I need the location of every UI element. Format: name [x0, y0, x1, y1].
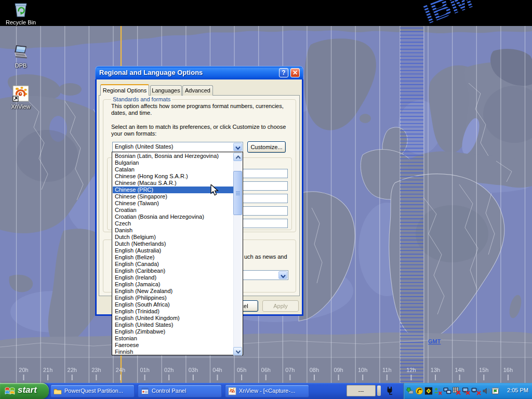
customize-button[interactable]: Customize...	[247, 141, 286, 153]
list-item[interactable]: Croatian	[113, 207, 233, 214]
xnview-icon	[12, 85, 30, 102]
hour-label: 09h	[334, 367, 343, 373]
recycle-bin-icon	[12, 2, 29, 18]
chevron-down-icon	[235, 350, 241, 354]
hour-label: 03h	[189, 367, 198, 373]
list-item[interactable]: English (South Africa)	[113, 301, 233, 308]
help-button[interactable]: ?	[279, 68, 288, 77]
list-item[interactable]: English (New Zealand)	[113, 288, 233, 295]
combobox-dropdown-button[interactable]	[278, 271, 287, 279]
list-item[interactable]: English (Australia)	[113, 247, 233, 254]
list-scrollbar[interactable]	[233, 153, 242, 355]
location-text-fragment: uch as news and	[244, 254, 287, 260]
list-item[interactable]: English (Belize)	[113, 254, 233, 261]
tray-icons	[406, 387, 500, 395]
list-item[interactable]: Chinese (Taiwan)	[113, 200, 233, 207]
list-item[interactable]: Dutch (Belgium)	[113, 234, 233, 241]
hour-label: 02h	[164, 367, 174, 373]
list-item[interactable]: Estonian	[113, 335, 233, 342]
scheduler-flag-icon[interactable]	[491, 387, 500, 395]
taskbar-task-control-panel[interactable]: Control Panel	[138, 384, 222, 397]
desktop-icon-xnview[interactable]: XnView	[0, 85, 42, 110]
taskbar: start PowerQuest Partition... Control Pa…	[0, 383, 532, 399]
laptop-icon	[11, 44, 31, 61]
dialog-titlebar[interactable]: Regional and Language Options ? ✕	[95, 66, 303, 79]
list-item[interactable]: English (Philippines)	[113, 295, 233, 301]
desktop-icon-recycle-bin[interactable]: Recycle Bin	[0, 2, 42, 25]
list-item[interactable]: Catalan	[113, 166, 233, 173]
list-item[interactable]: English (Caribbean)	[113, 268, 233, 274]
hour-label: 21h	[43, 367, 52, 373]
hour-label: 24h	[116, 367, 125, 373]
list-item[interactable]: English (United Kingdom)	[113, 315, 233, 322]
hour-label: 08h	[310, 367, 319, 373]
network-computers-icon[interactable]	[443, 387, 451, 395]
desktop-icon-label: XnView	[0, 103, 42, 110]
list-item[interactable]: Czech	[113, 220, 233, 227]
hour-label: 06h	[261, 367, 271, 373]
list-item[interactable]: Finnish	[113, 349, 233, 355]
scroll-down-button[interactable]	[233, 347, 242, 355]
list-item[interactable]: Dutch (Netherlands)	[113, 241, 233, 247]
taskbar-deskband[interactable]: ---	[347, 385, 376, 396]
list-item[interactable]: English (Ireland)	[113, 274, 233, 281]
apply-button[interactable]: Apply	[262, 300, 299, 312]
desktop: 20h21h22h23h24h01h02h03h04h05h06h07h08h0…	[0, 0, 532, 399]
standards-instruction: Select an item to match its preferences,…	[111, 124, 286, 137]
messenger-ball-icon[interactable]	[415, 387, 423, 395]
xnview-task-icon	[228, 387, 236, 395]
hour-label: 22h	[68, 367, 77, 373]
list-item[interactable]: Faeroese	[113, 342, 233, 349]
taskbar-task-xnview[interactable]: XnView - [<Capture-...	[225, 384, 309, 397]
scroll-thumb[interactable]	[233, 171, 242, 215]
taskbar-clock: 2:05 PM	[507, 387, 528, 393]
language-list-items: Bosnian (Latin, Bosnia and Herzegovina)B…	[113, 153, 233, 355]
start-button[interactable]: start	[0, 383, 49, 399]
wireless-disconnected-icon[interactable]	[471, 387, 481, 395]
hour-label: 05h	[237, 367, 246, 373]
system-tray: 2:05 PM	[403, 383, 532, 399]
format-combobox-value: English (United States)	[115, 143, 174, 150]
taskbar-task-powerquest[interactable]: PowerQuest Partition...	[50, 384, 135, 397]
list-item[interactable]: Bulgarian	[113, 159, 233, 166]
desktop-icon-label: Recycle Bin	[0, 19, 42, 25]
close-button[interactable]: ✕	[290, 68, 300, 77]
standards-description: This option affects how some programs fo…	[111, 103, 284, 116]
list-item[interactable]: Chinese (Hong Kong S.A.R.)	[113, 173, 233, 180]
hour-label: 04h	[212, 367, 222, 373]
hour-label: 01h	[140, 367, 149, 373]
hour-label: 14h	[455, 367, 464, 373]
tab-languages[interactable]: Languages	[150, 85, 182, 96]
hour-label: 10h	[358, 367, 367, 373]
control-panel-icon	[141, 387, 149, 395]
deskband-handle[interactable]	[377, 385, 381, 396]
scroll-up-button[interactable]	[233, 153, 242, 161]
hour-label: 16h	[503, 367, 513, 373]
users-offline-icon[interactable]	[434, 387, 442, 395]
chevron-down-icon	[235, 145, 241, 151]
list-item[interactable]: Bosnian (Latin, Bosnia and Herzegovina)	[113, 153, 233, 159]
hour-label: 07h	[285, 367, 295, 373]
combobox-dropdown-button[interactable]	[233, 143, 242, 151]
tab-advanced[interactable]: Advanced	[182, 85, 213, 96]
list-item[interactable]: English (Zimbabwe)	[113, 328, 233, 335]
folder-icon	[54, 387, 62, 395]
list-item[interactable]: English (Jamaica)	[113, 281, 233, 288]
list-item[interactable]: Croatian (Bosnia and Herzegovina)	[113, 214, 233, 220]
desktop-icon-dpb[interactable]: DPB	[0, 44, 42, 69]
na-dark-patch	[16, 130, 78, 182]
hour-label: 23h	[91, 367, 101, 373]
format-combobox[interactable]: English (United States)	[112, 142, 243, 152]
language-dropdown-list: Bosnian (Latin, Bosnia and Herzegovina)B…	[112, 152, 243, 355]
safely-remove-hardware-icon[interactable]	[406, 387, 414, 395]
list-item[interactable]: English (Trinidad)	[113, 308, 233, 315]
tab-regional-options[interactable]: Regional Options	[100, 84, 149, 96]
list-item[interactable]: English (Canada)	[113, 261, 233, 268]
disconnected-drive-icon[interactable]	[453, 387, 461, 395]
power-plug-icon	[385, 386, 395, 395]
list-item[interactable]: English (United States)	[113, 322, 233, 328]
partition-magic-icon[interactable]	[424, 387, 433, 395]
volume-icon[interactable]	[482, 387, 490, 395]
monitor-disconnected-icon[interactable]	[462, 387, 470, 395]
list-item[interactable]: Danish	[113, 227, 233, 234]
